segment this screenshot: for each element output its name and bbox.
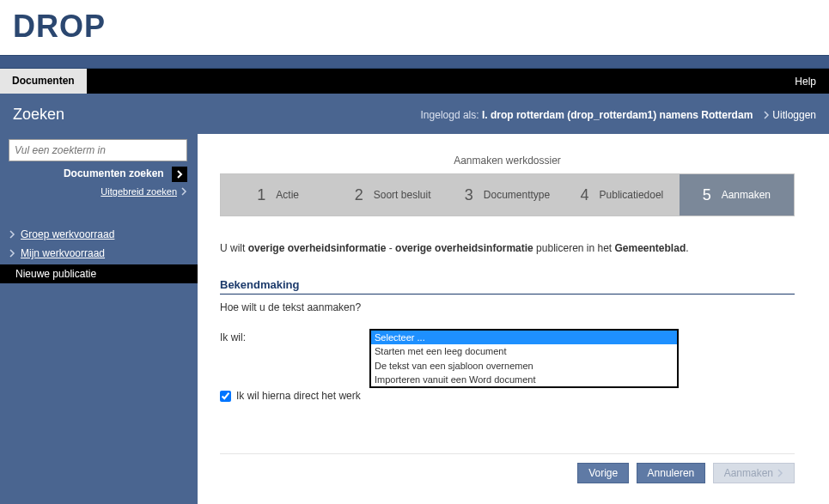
direct-werk-checkbox[interactable] [220,391,231,402]
option-sjabloon[interactable]: De tekst van een sjabloon overnemen [371,359,677,373]
chevron-right-icon [180,187,187,196]
chevron-right-icon [9,230,15,239]
chevron-right-icon [777,469,783,477]
section-title: Bekendmaking [220,278,795,295]
ik-wil-label: Ik wil: [220,329,369,343]
help-link[interactable]: Help [795,76,816,88]
wizard-step-5[interactable]: 5Aanmaken [680,174,794,216]
sidebar: Documenten zoeken Uitgebreid zoeken Groe… [0,134,198,504]
sidebar-item-label: Groep werkvoorraad [21,228,114,240]
chevron-right-icon [9,249,15,258]
search-button[interactable] [172,167,187,182]
chevron-right-icon [763,111,770,119]
logout-label: Uitloggen [772,109,816,121]
chevron-right-icon [175,170,184,179]
sub-header: Zoeken Ingelogd als: I. drop rotterdam (… [0,94,829,134]
uitgebreid-label: Uitgebreid zoeken [101,186,177,197]
top-stripe [0,55,829,69]
sidebar-item-mijn[interactable]: Mijn werkvoorraad [9,244,187,263]
option-selecteer[interactable]: Selecteer ... [371,331,677,344]
header: DROP [0,0,829,55]
button-row: Vorige Annuleren Aanmaken [220,453,795,483]
wizard-step-1[interactable]: 1Actie [221,174,335,216]
vorige-button[interactable]: Vorige [577,463,629,483]
intro-text: U wilt overige overheidsinformatie - ove… [220,240,795,256]
search-input[interactable] [9,139,187,161]
logo: DROP [13,9,816,45]
wizard-steps: 1Actie 2Soort besluit 3Documenttype 4Pub… [220,173,795,216]
direct-werk-label: Ik wil hierna direct het werk [236,390,361,402]
main-content: Aanmaken werkdossier 1Actie 2Soort beslu… [198,134,829,504]
section-question: Hoe wilt u de tekst aanmaken? [220,301,795,313]
ik-wil-select[interactable]: Selecteer ... Starten met een leeg docum… [369,329,679,388]
wizard-title: Aanmaken werkdossier [220,155,795,173]
option-leeg-document[interactable]: Starten met een leeg document [371,344,677,358]
tab-documenten[interactable]: Documenten [0,69,87,94]
logout-link[interactable]: Uitloggen [763,109,816,121]
sidebar-item-nieuwe-publicatie[interactable]: Nieuwe publicatie [0,264,198,283]
uitgebreid-zoeken-link[interactable]: Uitgebreid zoeken [101,186,187,197]
wizard-step-3[interactable]: 3Documenttype [450,174,564,216]
aanmaken-button[interactable]: Aanmaken [713,463,795,483]
wizard-step-4[interactable]: 4Publicatiedoel [564,174,679,216]
annuleren-button[interactable]: Annuleren [637,463,706,483]
option-word-import[interactable]: Importeren vanuit een Word document [371,373,677,386]
documenten-zoeken-label: Documenten zoeken [64,167,164,179]
login-info: Ingelogd als: I. drop rotterdam (drop_ro… [202,109,753,121]
wizard-step-2[interactable]: 2Soort besluit [335,174,449,216]
login-prefix: Ingelogd als: [421,109,482,121]
sidebar-item-label: Mijn werkvoorraad [21,247,105,259]
login-user: I. drop rotterdam (drop_rotterdam1) name… [482,109,753,121]
top-nav: Documenten Help [0,69,829,94]
page-title: Zoeken [13,106,202,124]
sidebar-item-groep[interactable]: Groep werkvoorraad [9,225,187,244]
